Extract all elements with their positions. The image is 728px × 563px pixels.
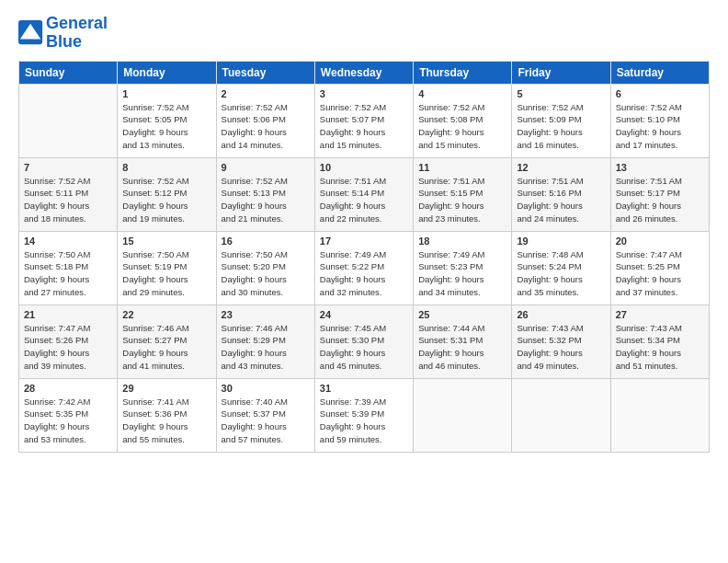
- day-info: Sunrise: 7:43 AM Sunset: 5:34 PM Dayligh…: [616, 322, 704, 373]
- logo-text: General Blue: [46, 15, 108, 52]
- col-header-saturday: Saturday: [610, 61, 709, 84]
- day-cell: 9Sunrise: 7:52 AM Sunset: 5:13 PM Daylig…: [216, 157, 314, 231]
- day-info: Sunrise: 7:44 AM Sunset: 5:31 PM Dayligh…: [418, 322, 506, 373]
- day-info: Sunrise: 7:40 AM Sunset: 5:37 PM Dayligh…: [222, 396, 310, 446]
- day-info: Sunrise: 7:52 AM Sunset: 5:05 PM Dayligh…: [122, 101, 210, 152]
- day-number: 26: [517, 309, 605, 320]
- day-cell: 25Sunrise: 7:44 AM Sunset: 5:31 PM Dayli…: [414, 304, 512, 378]
- header: General Blue: [18, 15, 710, 52]
- day-info: Sunrise: 7:50 AM Sunset: 5:20 PM Dayligh…: [222, 248, 310, 299]
- day-number: 27: [616, 309, 704, 320]
- day-cell: [19, 84, 118, 157]
- day-number: 20: [616, 236, 704, 247]
- day-cell: 31Sunrise: 7:39 AM Sunset: 5:39 PM Dayli…: [314, 378, 413, 452]
- day-cell: [414, 378, 512, 452]
- day-cell: 21Sunrise: 7:47 AM Sunset: 5:26 PM Dayli…: [19, 304, 118, 378]
- col-header-sunday: Sunday: [19, 61, 118, 84]
- day-cell: 30Sunrise: 7:40 AM Sunset: 5:37 PM Dayli…: [216, 378, 314, 452]
- day-cell: 22Sunrise: 7:46 AM Sunset: 5:27 PM Dayli…: [118, 304, 216, 378]
- day-number: 12: [517, 162, 605, 173]
- day-cell: 6Sunrise: 7:52 AM Sunset: 5:10 PM Daylig…: [610, 84, 709, 157]
- day-info: Sunrise: 7:43 AM Sunset: 5:32 PM Dayligh…: [517, 322, 605, 373]
- day-info: Sunrise: 7:52 AM Sunset: 5:13 PM Dayligh…: [222, 175, 310, 225]
- day-info: Sunrise: 7:52 AM Sunset: 5:08 PM Dayligh…: [418, 101, 506, 152]
- day-cell: 14Sunrise: 7:50 AM Sunset: 5:18 PM Dayli…: [19, 231, 118, 304]
- day-info: Sunrise: 7:51 AM Sunset: 5:17 PM Dayligh…: [616, 175, 704, 225]
- day-info: Sunrise: 7:47 AM Sunset: 5:25 PM Dayligh…: [616, 248, 704, 299]
- calendar-table: SundayMondayTuesdayWednesdayThursdayFrid…: [18, 61, 710, 453]
- day-cell: 29Sunrise: 7:41 AM Sunset: 5:36 PM Dayli…: [118, 378, 216, 452]
- col-header-tuesday: Tuesday: [216, 61, 314, 84]
- day-number: 3: [320, 88, 408, 99]
- day-number: 4: [418, 88, 506, 99]
- day-info: Sunrise: 7:48 AM Sunset: 5:24 PM Dayligh…: [517, 248, 605, 299]
- day-info: Sunrise: 7:52 AM Sunset: 5:11 PM Dayligh…: [24, 175, 112, 225]
- logo-icon: [18, 20, 44, 46]
- week-row-5: 28Sunrise: 7:42 AM Sunset: 5:35 PM Dayli…: [19, 378, 710, 452]
- day-number: 19: [517, 236, 605, 247]
- day-cell: 15Sunrise: 7:50 AM Sunset: 5:19 PM Dayli…: [118, 231, 216, 304]
- day-cell: 26Sunrise: 7:43 AM Sunset: 5:32 PM Dayli…: [512, 304, 610, 378]
- calendar-page: General Blue SundayMondayTuesdayWednesda…: [0, 0, 728, 563]
- day-number: 10: [320, 162, 408, 173]
- day-number: 24: [320, 309, 408, 320]
- day-info: Sunrise: 7:49 AM Sunset: 5:22 PM Dayligh…: [320, 248, 408, 299]
- day-number: 15: [122, 236, 210, 247]
- week-row-2: 7Sunrise: 7:52 AM Sunset: 5:11 PM Daylig…: [19, 157, 710, 231]
- week-row-4: 21Sunrise: 7:47 AM Sunset: 5:26 PM Dayli…: [19, 304, 710, 378]
- day-number: 2: [222, 88, 310, 99]
- col-header-monday: Monday: [118, 61, 216, 84]
- day-cell: 18Sunrise: 7:49 AM Sunset: 5:23 PM Dayli…: [414, 231, 512, 304]
- day-info: Sunrise: 7:42 AM Sunset: 5:35 PM Dayligh…: [24, 396, 112, 446]
- day-cell: 8Sunrise: 7:52 AM Sunset: 5:12 PM Daylig…: [118, 157, 216, 231]
- day-info: Sunrise: 7:52 AM Sunset: 5:10 PM Dayligh…: [616, 101, 704, 152]
- day-number: 9: [222, 162, 310, 173]
- day-cell: 19Sunrise: 7:48 AM Sunset: 5:24 PM Dayli…: [512, 231, 610, 304]
- day-info: Sunrise: 7:46 AM Sunset: 5:27 PM Dayligh…: [122, 322, 210, 373]
- day-info: Sunrise: 7:49 AM Sunset: 5:23 PM Dayligh…: [418, 248, 506, 299]
- day-cell: 16Sunrise: 7:50 AM Sunset: 5:20 PM Dayli…: [216, 231, 314, 304]
- day-cell: 11Sunrise: 7:51 AM Sunset: 5:15 PM Dayli…: [414, 157, 512, 231]
- day-info: Sunrise: 7:51 AM Sunset: 5:14 PM Dayligh…: [320, 175, 408, 225]
- day-cell: [610, 378, 709, 452]
- day-number: 21: [24, 309, 112, 320]
- day-number: 25: [418, 309, 506, 320]
- day-number: 1: [122, 88, 210, 99]
- day-info: Sunrise: 7:52 AM Sunset: 5:09 PM Dayligh…: [517, 101, 605, 152]
- day-cell: 7Sunrise: 7:52 AM Sunset: 5:11 PM Daylig…: [19, 157, 118, 231]
- day-number: 14: [24, 236, 112, 247]
- col-header-friday: Friday: [512, 61, 610, 84]
- day-cell: 27Sunrise: 7:43 AM Sunset: 5:34 PM Dayli…: [610, 304, 709, 378]
- day-number: 6: [616, 88, 704, 99]
- day-number: 18: [418, 236, 506, 247]
- week-row-3: 14Sunrise: 7:50 AM Sunset: 5:18 PM Dayli…: [19, 231, 710, 304]
- day-info: Sunrise: 7:52 AM Sunset: 5:12 PM Dayligh…: [122, 175, 210, 225]
- day-number: 28: [24, 383, 112, 394]
- day-number: 30: [222, 383, 310, 394]
- day-cell: 17Sunrise: 7:49 AM Sunset: 5:22 PM Dayli…: [314, 231, 413, 304]
- day-number: 17: [320, 236, 408, 247]
- day-cell: 28Sunrise: 7:42 AM Sunset: 5:35 PM Dayli…: [19, 378, 118, 452]
- day-info: Sunrise: 7:46 AM Sunset: 5:29 PM Dayligh…: [222, 322, 310, 373]
- day-cell: 1Sunrise: 7:52 AM Sunset: 5:05 PM Daylig…: [118, 84, 216, 157]
- col-header-thursday: Thursday: [414, 61, 512, 84]
- day-number: 11: [418, 162, 506, 173]
- day-info: Sunrise: 7:51 AM Sunset: 5:15 PM Dayligh…: [418, 175, 506, 225]
- day-cell: 5Sunrise: 7:52 AM Sunset: 5:09 PM Daylig…: [512, 84, 610, 157]
- day-cell: [512, 378, 610, 452]
- day-cell: 12Sunrise: 7:51 AM Sunset: 5:16 PM Dayli…: [512, 157, 610, 231]
- logo: General Blue: [18, 15, 108, 52]
- day-info: Sunrise: 7:51 AM Sunset: 5:16 PM Dayligh…: [517, 175, 605, 225]
- day-info: Sunrise: 7:50 AM Sunset: 5:18 PM Dayligh…: [24, 248, 112, 299]
- day-info: Sunrise: 7:52 AM Sunset: 5:06 PM Dayligh…: [222, 101, 310, 152]
- day-cell: 23Sunrise: 7:46 AM Sunset: 5:29 PM Dayli…: [216, 304, 314, 378]
- week-row-1: 1Sunrise: 7:52 AM Sunset: 5:05 PM Daylig…: [19, 84, 710, 157]
- day-info: Sunrise: 7:52 AM Sunset: 5:07 PM Dayligh…: [320, 101, 408, 152]
- day-info: Sunrise: 7:50 AM Sunset: 5:19 PM Dayligh…: [122, 248, 210, 299]
- day-number: 13: [616, 162, 704, 173]
- day-number: 8: [122, 162, 210, 173]
- day-cell: 10Sunrise: 7:51 AM Sunset: 5:14 PM Dayli…: [314, 157, 413, 231]
- day-number: 5: [517, 88, 605, 99]
- day-info: Sunrise: 7:45 AM Sunset: 5:30 PM Dayligh…: [320, 322, 408, 373]
- day-cell: 4Sunrise: 7:52 AM Sunset: 5:08 PM Daylig…: [414, 84, 512, 157]
